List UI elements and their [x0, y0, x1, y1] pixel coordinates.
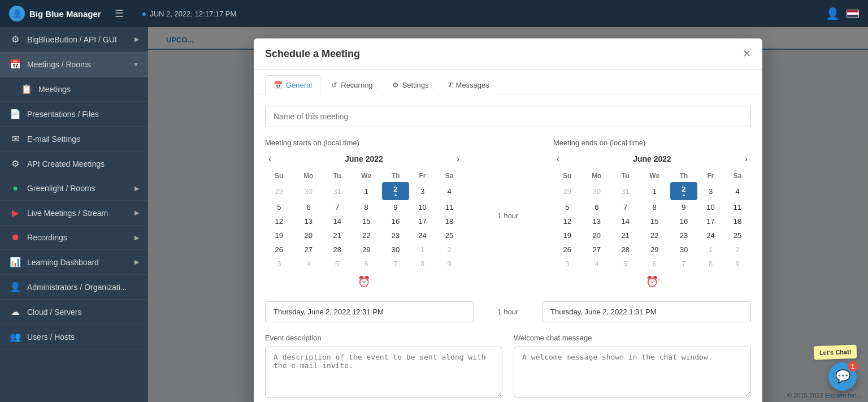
calendar-day[interactable]: 25: [436, 228, 463, 243]
calendar-day[interactable]: 22: [639, 228, 670, 243]
calendar-day[interactable]: 23: [382, 228, 409, 243]
calendar-day[interactable]: 5: [553, 200, 581, 214]
calendar-day[interactable]: 4: [724, 182, 751, 200]
calendar-day[interactable]: 20: [293, 228, 324, 243]
hamburger-menu[interactable]: ☰: [115, 7, 124, 20]
calendar-day[interactable]: 13: [293, 214, 324, 228]
calendar-day[interactable]: 9: [436, 257, 463, 271]
calendar-day[interactable]: 18: [724, 214, 751, 228]
cal-end-prev[interactable]: ‹: [553, 153, 563, 165]
calendar-day[interactable]: 8: [639, 200, 670, 214]
calendar-day[interactable]: 29: [350, 243, 382, 257]
calendar-day[interactable]: 4: [436, 182, 463, 200]
calendar-day[interactable]: 21: [612, 228, 639, 243]
calendar-day[interactable]: 7: [670, 257, 697, 271]
calendar-day[interactable]: 3: [409, 182, 436, 200]
calendar-day[interactable]: 24: [409, 228, 436, 243]
calendar-day[interactable]: 6: [639, 257, 670, 271]
calendar-day[interactable]: 18: [436, 214, 463, 228]
calendar-day[interactable]: 9: [724, 257, 751, 271]
chat-button[interactable]: 💬 1: [828, 362, 857, 391]
sidebar-item-users-hosts[interactable]: 👥 Users / Hosts: [0, 325, 148, 349]
calendar-day[interactable]: 2: [382, 182, 409, 200]
tab-general[interactable]: 📅 General: [265, 75, 320, 94]
end-datetime-input[interactable]: [542, 301, 751, 322]
calendar-day[interactable]: 27: [293, 243, 324, 257]
calendar-day[interactable]: 30: [293, 182, 324, 200]
calendar-day[interactable]: 9: [670, 200, 697, 214]
calendar-day[interactable]: 29: [553, 182, 581, 200]
calendar-day[interactable]: 2: [724, 243, 751, 257]
calendar-day[interactable]: 10: [409, 200, 436, 214]
cal-start-clock[interactable]: ⏰: [265, 271, 463, 292]
calendar-day[interactable]: 28: [612, 243, 639, 257]
calendar-day[interactable]: 12: [553, 214, 581, 228]
calendar-day[interactable]: 28: [324, 243, 350, 257]
sidebar-item-cloud-servers[interactable]: ☁ Cloud / Servers: [0, 300, 148, 325]
sidebar-item-recordings[interactable]: ⏺ Recordings ▶: [0, 226, 148, 250]
sidebar-item-presentations[interactable]: 📄 Presentations / Files: [0, 102, 148, 127]
calendar-day[interactable]: 25: [724, 228, 751, 243]
calendar-day[interactable]: 19: [265, 228, 293, 243]
calendar-day[interactable]: 9: [382, 200, 409, 214]
calendar-day[interactable]: 5: [265, 200, 293, 214]
sidebar-item-greenlight[interactable]: ● Greenlight / Rooms ▶: [0, 176, 148, 201]
calendar-day[interactable]: 20: [581, 228, 613, 243]
calendar-day[interactable]: 6: [581, 200, 613, 214]
sidebar-item-meetings-rooms[interactable]: 📅 Meetings / Rooms ▼: [0, 52, 148, 77]
calendar-day[interactable]: 8: [409, 257, 436, 271]
calendar-day[interactable]: 15: [639, 214, 670, 228]
calendar-day[interactable]: 27: [581, 243, 613, 257]
calendar-day[interactable]: 17: [697, 214, 724, 228]
sidebar-item-bigbluebutton[interactable]: ⚙ BigBlueButton / API / GUI ▶: [0, 27, 148, 52]
calendar-day[interactable]: 31: [612, 182, 639, 200]
calendar-day[interactable]: 7: [382, 257, 409, 271]
calendar-day[interactable]: 3: [265, 257, 293, 271]
tab-recurring[interactable]: ↺ Recurring: [323, 75, 381, 94]
welcome-message-textarea[interactable]: [514, 347, 751, 397]
calendar-day[interactable]: 1: [639, 182, 670, 200]
calendar-day[interactable]: 1: [697, 243, 724, 257]
calendar-day[interactable]: 3: [697, 182, 724, 200]
calendar-day[interactable]: 13: [581, 214, 613, 228]
tab-settings[interactable]: ⚙ Settings: [384, 75, 437, 94]
sidebar-item-email-settings[interactable]: ✉ E-mail Settings: [0, 127, 148, 152]
event-description-textarea[interactable]: [265, 347, 502, 397]
sidebar-item-meetings[interactable]: 📋 Meetings: [0, 77, 148, 102]
calendar-day[interactable]: 3: [553, 257, 581, 271]
calendar-day[interactable]: 23: [670, 228, 697, 243]
language-flag[interactable]: [847, 10, 859, 18]
calendar-day[interactable]: 14: [612, 214, 639, 228]
calendar-day[interactable]: 7: [612, 200, 639, 214]
calendar-day[interactable]: 4: [581, 257, 613, 271]
calendar-day[interactable]: 29: [265, 182, 293, 200]
calendar-day[interactable]: 2: [436, 243, 463, 257]
calendar-day[interactable]: 5: [324, 257, 350, 271]
cal-start-next[interactable]: ›: [453, 153, 463, 165]
calendar-day[interactable]: 1: [350, 182, 382, 200]
calendar-day[interactable]: 26: [553, 243, 581, 257]
calendar-day[interactable]: 6: [293, 200, 324, 214]
calendar-day[interactable]: 8: [697, 257, 724, 271]
sidebar-item-learning-dashboard[interactable]: 📊 Learning Dashboard ▶: [0, 250, 148, 275]
calendar-day[interactable]: 10: [697, 200, 724, 214]
calendar-day[interactable]: 29: [639, 243, 670, 257]
calendar-day[interactable]: 7: [324, 200, 350, 214]
calendar-day[interactable]: 2: [670, 182, 697, 200]
calendar-day[interactable]: 30: [382, 243, 409, 257]
sidebar-item-administrators[interactable]: 👤 Administrators / Organizati...: [0, 275, 148, 300]
calendar-day[interactable]: 11: [436, 200, 463, 214]
calendar-day[interactable]: 15: [350, 214, 382, 228]
sidebar-item-api-meetings[interactable]: ⚙ API Created Meetings: [0, 152, 148, 176]
calendar-day[interactable]: 31: [324, 182, 350, 200]
cal-end-next[interactable]: ›: [741, 153, 751, 165]
calendar-day[interactable]: 30: [670, 243, 697, 257]
calendar-day[interactable]: 16: [382, 214, 409, 228]
calendar-day[interactable]: 24: [697, 228, 724, 243]
cal-end-clock[interactable]: ⏰: [553, 271, 751, 292]
calendar-day[interactable]: 26: [265, 243, 293, 257]
calendar-day[interactable]: 22: [350, 228, 382, 243]
calendar-day[interactable]: 6: [350, 257, 382, 271]
calendar-day[interactable]: 8: [350, 200, 382, 214]
modal-close-button[interactable]: ✕: [743, 47, 751, 60]
